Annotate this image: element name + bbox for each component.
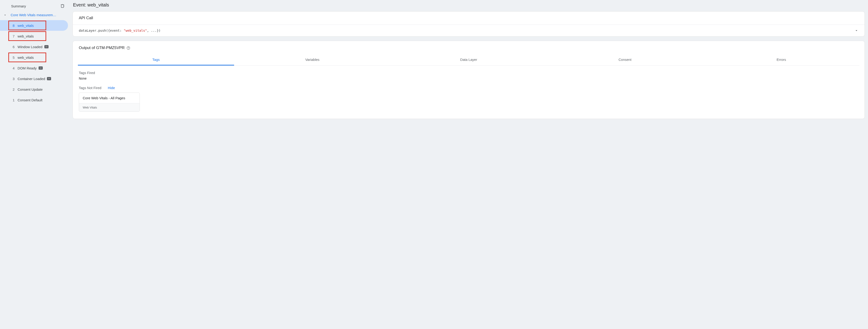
summary-sidebar: Summary Core Web Vitals measurem… 8web_v… (0, 0, 69, 137)
code-icon (47, 77, 51, 80)
chevron-down-icon[interactable] (855, 28, 859, 33)
tab-tags[interactable]: Tags (78, 54, 234, 65)
tag-card-title: Core Web Vitals - All Pages (79, 93, 140, 103)
svg-rect-2 (64, 7, 64, 7)
event-item[interactable]: 1Consent Default (0, 94, 68, 105)
event-label: Window Loaded (18, 45, 42, 49)
tab-variables[interactable]: Variables (234, 54, 390, 65)
help-icon[interactable] (126, 46, 130, 50)
caret-down-icon (3, 13, 7, 17)
event-number: 8 (11, 24, 16, 28)
summary-label: Summary (11, 4, 26, 8)
event-number: 1 (11, 98, 16, 102)
code-icon (39, 66, 43, 70)
event-label: web_vitals (18, 56, 34, 59)
event-list: 8web_vitals7web_vitals6Window Loaded5web… (0, 19, 69, 105)
event-number: 7 (11, 34, 16, 38)
output-header: Output of GTM-PMZ5VPR (73, 41, 865, 52)
summary-group-label: Core Web Vitals measurem… (11, 13, 56, 17)
tags-fired-none: None (79, 77, 859, 80)
event-label: DOM Ready (18, 66, 37, 70)
summary-header: Summary (0, 1, 69, 11)
api-call-code: dataLayer.push({event: "web_vitals", ...… (79, 29, 161, 32)
event-number: 3 (11, 77, 16, 81)
event-label: Consent Default (18, 98, 42, 102)
api-call-body[interactable]: dataLayer.push({event: "web_vitals", ...… (73, 25, 865, 36)
event-number: 2 (11, 87, 16, 91)
api-call-header: API Call (73, 11, 865, 25)
output-header-label: Output of GTM-PMZ5VPR (79, 46, 125, 50)
api-call-card: API Call dataLayer.push({event: "web_vit… (72, 11, 865, 36)
output-body: Tags Fired None Tags Not Fired Hide Core… (73, 66, 865, 119)
event-number: 6 (11, 45, 16, 49)
tags-not-fired-row: Tags Not Fired Hide (79, 86, 859, 90)
tab-data-layer[interactable]: Data Layer (391, 54, 547, 65)
tag-card[interactable]: Core Web Vitals - All Pages Web Vitals (79, 92, 140, 112)
code-icon (44, 45, 49, 48)
event-label: Container Loaded (18, 77, 45, 81)
svg-rect-0 (64, 5, 64, 5)
event-label: web_vitals (18, 24, 34, 28)
app-root: Summary Core Web Vitals measurem… 8web_v… (0, 0, 868, 137)
tags-not-fired-label: Tags Not Fired (79, 86, 101, 90)
event-item[interactable]: 4DOM Ready (0, 63, 68, 73)
event-item[interactable]: 5web_vitals (0, 52, 68, 63)
tag-card-type: Web Vitals (79, 103, 140, 111)
tags-fired-label: Tags Fired (79, 71, 859, 75)
output-card: Output of GTM-PMZ5VPR TagsVariablesData … (72, 41, 865, 119)
event-label: Consent Update (18, 87, 42, 91)
event-item[interactable]: 3Container Loaded (0, 73, 68, 84)
event-item[interactable]: 8web_vitals (0, 20, 68, 31)
event-number: 4 (11, 66, 16, 70)
event-item[interactable]: 7web_vitals (0, 31, 68, 42)
event-item[interactable]: 6Window Loaded (0, 42, 68, 52)
svg-rect-1 (64, 6, 64, 6)
event-title: Event: web_vitals (73, 2, 865, 8)
clear-all-icon[interactable] (60, 4, 65, 8)
tab-errors[interactable]: Errors (703, 54, 860, 65)
event-number: 5 (11, 56, 16, 59)
hide-link[interactable]: Hide (108, 86, 115, 90)
main-panel: Event: web_vitals API Call dataLayer.pus… (69, 0, 868, 137)
event-label: web_vitals (18, 34, 34, 38)
summary-group[interactable]: Core Web Vitals measurem… (0, 11, 69, 19)
output-tabs: TagsVariablesData LayerConsentErrors (78, 54, 860, 66)
event-item[interactable]: 2Consent Update (0, 84, 68, 94)
tab-consent[interactable]: Consent (547, 54, 703, 65)
